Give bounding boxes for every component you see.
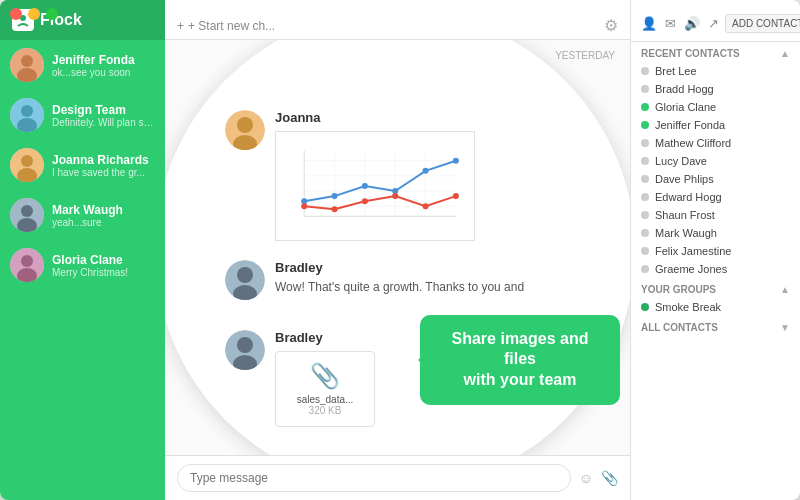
status-dot xyxy=(641,265,649,273)
add-contact-button[interactable]: ADD CONTACT xyxy=(725,14,800,33)
recent-contacts-section-title: RECENT CONTACTS ▲ xyxy=(631,42,800,62)
contact-message: ok...see you soon xyxy=(52,67,155,78)
contact-message: yeah...sure xyxy=(52,217,155,228)
recent-contacts-arrow: ▲ xyxy=(780,48,790,59)
contact-list-item-lucy-dave[interactable]: Lucy Dave xyxy=(631,152,800,170)
invite-icon[interactable]: 👤 xyxy=(641,16,657,31)
status-dot xyxy=(641,85,649,93)
svg-point-5 xyxy=(21,105,33,117)
status-dot xyxy=(641,247,649,255)
recent-contacts-list: Bret Lee Bradd Hogg Gloria Clane Jeniffe… xyxy=(631,62,800,278)
status-dot xyxy=(641,211,649,219)
plus-icon: + xyxy=(177,19,184,33)
contact-list-item-mathew-clifford[interactable]: Mathew Clifford xyxy=(631,134,800,152)
contact-info: Mark Waugh yeah...sure xyxy=(52,203,155,228)
tooltip-line2: with your team xyxy=(464,371,577,388)
contact-list-name: Gloria Clane xyxy=(655,101,716,113)
contact-list-item-bradd-hogg[interactable]: Bradd Hogg xyxy=(631,80,800,98)
sidebar-item-gloria-clane[interactable]: Gloria Clane Merry Christmas! xyxy=(0,240,165,290)
contact-name: Jeniffer Fonda xyxy=(52,53,155,67)
tooltip-bubble: Share images and files with your team xyxy=(420,315,620,405)
speaker-icon[interactable]: 🔊 xyxy=(684,16,700,31)
traffic-light-close[interactable] xyxy=(10,8,22,20)
mail-icon[interactable]: ✉ xyxy=(665,16,676,31)
contact-list-item-edward-hogg[interactable]: Edward Hogg xyxy=(631,188,800,206)
status-dot xyxy=(641,193,649,201)
settings-icon[interactable]: ⚙ xyxy=(604,16,618,35)
contact-message: Merry Christmas! xyxy=(52,267,155,278)
traffic-light-fullscreen[interactable] xyxy=(46,8,58,20)
svg-point-14 xyxy=(21,255,33,267)
sidebar-item-joanna-richards[interactable]: Joanna Richards I have saved the gr... xyxy=(0,140,165,190)
export-icon[interactable]: ↗ xyxy=(708,16,719,31)
sidebar-item-jeniffer-fonda[interactable]: Jeniffer Fonda ok...see you soon xyxy=(0,40,165,90)
svg-point-8 xyxy=(21,155,33,167)
contact-list-name: Dave Phlips xyxy=(655,173,714,185)
avatar xyxy=(10,98,44,132)
attachment-icon[interactable]: 📎 xyxy=(601,470,618,486)
contact-list-item-dave-phlips[interactable]: Dave Phlips xyxy=(631,170,800,188)
contact-list-name: Edward Hogg xyxy=(655,191,722,203)
contact-info: Design Team Definitely. Will plan som... xyxy=(52,103,155,128)
rp-add-buttons: ADD CONTACT ADD GROUP xyxy=(725,14,800,33)
all-contacts-label: ALL CONTACTS xyxy=(641,322,718,333)
contact-list-name: Shaun Frost xyxy=(655,209,715,221)
contact-list-name: Bradd Hogg xyxy=(655,83,714,95)
contact-list-name: Felix Jamestine xyxy=(655,245,731,257)
contact-list-item-mark-waugh[interactable]: Mark Waugh xyxy=(631,224,800,242)
contact-list-item-graeme-jones[interactable]: Graeme Jones xyxy=(631,260,800,278)
right-panel: 👤 ✉ 🔊 ↗ ADD CONTACT ADD GROUP RECENT CON… xyxy=(630,0,800,500)
status-dot xyxy=(641,121,649,129)
right-panel-header: 👤 ✉ 🔊 ↗ ADD CONTACT ADD GROUP xyxy=(631,0,800,42)
emoji-icon[interactable]: ☺ xyxy=(579,470,593,486)
recent-contacts-label: RECENT CONTACTS xyxy=(641,48,740,59)
contact-list-item-felix-jamestine[interactable]: Felix Jamestine xyxy=(631,242,800,260)
contact-info: Joanna Richards I have saved the gr... xyxy=(52,153,155,178)
contact-list-name: Lucy Dave xyxy=(655,155,707,167)
traffic-light-minimize[interactable] xyxy=(28,8,40,20)
contact-list-name: Graeme Jones xyxy=(655,263,727,275)
group-dot xyxy=(641,303,649,311)
rp-action-icons: 👤 ✉ 🔊 ↗ xyxy=(641,16,719,31)
contact-message: Definitely. Will plan som... xyxy=(52,117,155,128)
status-dot xyxy=(641,103,649,111)
sidebar-item-mark-waugh[interactable]: Mark Waugh yeah...sure xyxy=(0,190,165,240)
contact-name: Joanna Richards xyxy=(52,153,155,167)
traffic-lights xyxy=(10,8,58,20)
groups-section-title: YOUR GROUPS ▲ xyxy=(631,278,800,298)
avatar xyxy=(10,198,44,232)
contact-message: I have saved the gr... xyxy=(52,167,155,178)
app-container: Flock Jeniffer Fonda ok...see you soon xyxy=(0,0,800,500)
chat-section: YESTERDAY Joann xyxy=(165,40,630,455)
chat-timestamp: YESTERDAY xyxy=(180,50,615,61)
sidebar: Flock Jeniffer Fonda ok...see you soon xyxy=(0,0,165,500)
contact-list-name: Mark Waugh xyxy=(655,227,717,239)
contact-name: Mark Waugh xyxy=(52,203,155,217)
sidebar-item-design-team[interactable]: Design Team Definitely. Will plan som... xyxy=(0,90,165,140)
contact-list-item-bret-lee[interactable]: Bret Lee xyxy=(631,62,800,80)
status-dot xyxy=(641,139,649,147)
status-dot xyxy=(641,175,649,183)
contact-name: Gloria Clane xyxy=(52,253,155,267)
message-input[interactable] xyxy=(177,464,571,492)
group-item-smoke-break[interactable]: Smoke Break xyxy=(631,298,800,316)
contact-list-item-gloria-clane[interactable]: Gloria Clane xyxy=(631,98,800,116)
contact-list-name: Jeniffer Fonda xyxy=(655,119,725,131)
avatar xyxy=(10,148,44,182)
all-contacts-arrow: ▼ xyxy=(780,322,790,333)
contact-list-name: Bret Lee xyxy=(655,65,697,77)
sidebar-header: Flock xyxy=(0,0,165,40)
input-actions: ☺ 📎 xyxy=(579,470,618,486)
new-channel-button[interactable]: + + Start new ch... xyxy=(177,19,275,33)
new-channel-label: + Start new ch... xyxy=(188,19,275,33)
contact-info: Gloria Clane Merry Christmas! xyxy=(52,253,155,278)
contact-list-item-shaun-frost[interactable]: Shaun Frost xyxy=(631,206,800,224)
svg-point-2 xyxy=(21,55,33,67)
contact-list-item-jeniffer-fonda[interactable]: Jeniffer Fonda xyxy=(631,116,800,134)
status-dot xyxy=(641,67,649,75)
all-contacts-section-title[interactable]: ALL CONTACTS ▼ xyxy=(631,316,800,336)
tooltip-line1: Share images and files xyxy=(452,330,589,368)
avatar xyxy=(10,248,44,282)
main-area: + + Start new ch... ⚙ YESTERDAY xyxy=(165,0,630,500)
avatar xyxy=(10,48,44,82)
